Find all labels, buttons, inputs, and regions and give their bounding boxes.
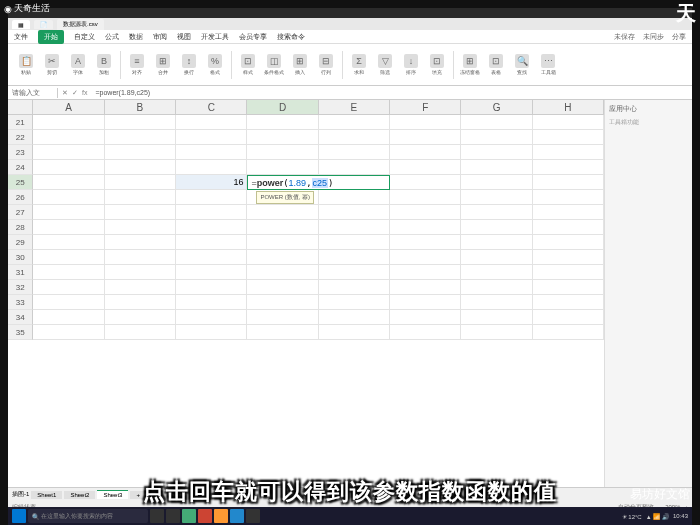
col-header-D[interactable]: D: [247, 100, 318, 115]
row-header-33[interactable]: 33: [8, 295, 33, 310]
weather-widget[interactable]: ☀ 12°C: [622, 513, 642, 520]
cell-C23[interactable]: [176, 145, 247, 160]
cell-F23[interactable]: [390, 145, 461, 160]
cell-B32[interactable]: [105, 280, 176, 295]
spreadsheet-grid[interactable]: ABCDEFGH 212223242516=power(1.89, c25 )P…: [8, 100, 604, 487]
cell-A35[interactable]: [33, 325, 104, 340]
cell-G21[interactable]: [461, 115, 532, 130]
cell-A30[interactable]: [33, 250, 104, 265]
row-header-27[interactable]: 27: [8, 205, 33, 220]
row-header-26[interactable]: 26: [8, 190, 33, 205]
col-header-E[interactable]: E: [319, 100, 390, 115]
ribbon-换行[interactable]: ↕换行: [177, 49, 201, 81]
cell-G29[interactable]: [461, 235, 532, 250]
col-header-H[interactable]: H: [533, 100, 604, 115]
cell-H23[interactable]: [533, 145, 604, 160]
cell-B21[interactable]: [105, 115, 176, 130]
cell-F35[interactable]: [390, 325, 461, 340]
menu-开发工具[interactable]: 开发工具: [201, 32, 229, 42]
cell-F31[interactable]: [390, 265, 461, 280]
ribbon-表格[interactable]: ⊡表格: [484, 49, 508, 81]
cell-B25[interactable]: [105, 175, 176, 190]
cell-G31[interactable]: [461, 265, 532, 280]
ribbon-求和[interactable]: Σ求和: [347, 49, 371, 81]
cell-A23[interactable]: [33, 145, 104, 160]
cell-C25[interactable]: 16: [176, 175, 247, 190]
cell-D27[interactable]: [247, 205, 318, 220]
cell-E24[interactable]: [319, 160, 390, 175]
cell-D30[interactable]: [247, 250, 318, 265]
ribbon-插入[interactable]: ⊞插入: [288, 49, 312, 81]
cell-C21[interactable]: [176, 115, 247, 130]
cell-G34[interactable]: [461, 310, 532, 325]
col-header-B[interactable]: B: [105, 100, 176, 115]
cell-H32[interactable]: [533, 280, 604, 295]
cell-A32[interactable]: [33, 280, 104, 295]
cell-E21[interactable]: [319, 115, 390, 130]
cell-C26[interactable]: [176, 190, 247, 205]
cell-B31[interactable]: [105, 265, 176, 280]
cell-F24[interactable]: [390, 160, 461, 175]
menu-公式[interactable]: 公式: [105, 32, 119, 42]
row-header-29[interactable]: 29: [8, 235, 33, 250]
ribbon-行列[interactable]: ⊟行列: [314, 49, 338, 81]
cell-F33[interactable]: [390, 295, 461, 310]
cell-F34[interactable]: [390, 310, 461, 325]
confirm-icon[interactable]: ✓: [72, 89, 78, 97]
cell-G32[interactable]: [461, 280, 532, 295]
ribbon-粘贴[interactable]: 📋粘贴: [14, 49, 38, 81]
cell-H22[interactable]: [533, 130, 604, 145]
cell-G35[interactable]: [461, 325, 532, 340]
menu-文件[interactable]: 文件: [14, 32, 28, 42]
cell-B30[interactable]: [105, 250, 176, 265]
ribbon-冻结窗格[interactable]: ⊞冻结窗格: [458, 49, 482, 81]
cell-A22[interactable]: [33, 130, 104, 145]
cell-C30[interactable]: [176, 250, 247, 265]
start-button[interactable]: [12, 509, 26, 523]
cell-B33[interactable]: [105, 295, 176, 310]
cell-H24[interactable]: [533, 160, 604, 175]
cell-A24[interactable]: [33, 160, 104, 175]
cell-E29[interactable]: [319, 235, 390, 250]
row-header-22[interactable]: 22: [8, 130, 33, 145]
col-header-C[interactable]: C: [176, 100, 247, 115]
cell-B34[interactable]: [105, 310, 176, 325]
cell-H33[interactable]: [533, 295, 604, 310]
cell-B29[interactable]: [105, 235, 176, 250]
menu-开始[interactable]: 开始: [38, 30, 64, 44]
cell-G26[interactable]: [461, 190, 532, 205]
cell-B35[interactable]: [105, 325, 176, 340]
cell-G23[interactable]: [461, 145, 532, 160]
cell-C27[interactable]: [176, 205, 247, 220]
cell-E27[interactable]: [319, 205, 390, 220]
cell-D25[interactable]: =power(1.89, c25 )POWER (数值, 幂): [247, 175, 390, 190]
cell-G22[interactable]: [461, 130, 532, 145]
cell-E35[interactable]: [319, 325, 390, 340]
menu-right-未同步[interactable]: 未同步: [643, 32, 664, 42]
task-app-1[interactable]: [150, 509, 164, 523]
task-app-4[interactable]: [198, 509, 212, 523]
name-box[interactable]: 请输入文: [8, 88, 58, 98]
ribbon-填充[interactable]: ⊡填充: [425, 49, 449, 81]
ribbon-排序[interactable]: ↓排序: [399, 49, 423, 81]
cell-A31[interactable]: [33, 265, 104, 280]
row-header-24[interactable]: 24: [8, 160, 33, 175]
row-header-30[interactable]: 30: [8, 250, 33, 265]
menu-数据[interactable]: 数据: [129, 32, 143, 42]
cell-F27[interactable]: [390, 205, 461, 220]
cell-G27[interactable]: [461, 205, 532, 220]
ribbon-工具箱[interactable]: ⋯工具箱: [536, 49, 560, 81]
tray-icons[interactable]: ▲ 📶 🔊: [646, 513, 669, 520]
cell-D35[interactable]: [247, 325, 318, 340]
cell-D31[interactable]: [247, 265, 318, 280]
row-header-21[interactable]: 21: [8, 115, 33, 130]
cell-H28[interactable]: [533, 220, 604, 235]
cell-F22[interactable]: [390, 130, 461, 145]
home-tab[interactable]: ▦: [12, 20, 30, 29]
cell-E33[interactable]: [319, 295, 390, 310]
clock[interactable]: 10:43: [673, 513, 688, 519]
cell-H34[interactable]: [533, 310, 604, 325]
select-all-corner[interactable]: [8, 100, 33, 115]
cell-C33[interactable]: [176, 295, 247, 310]
menu-视图[interactable]: 视图: [177, 32, 191, 42]
